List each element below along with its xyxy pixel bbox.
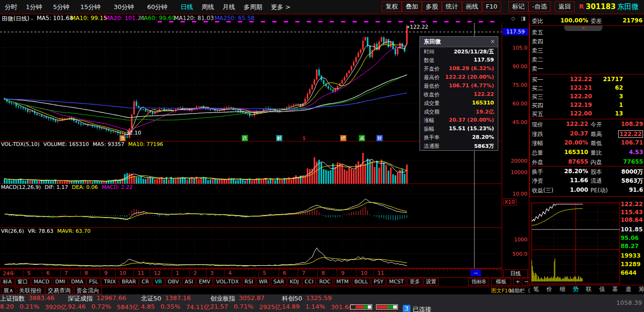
tab-indicator-设置[interactable]: 设置 — [423, 278, 439, 286]
buy-level-label: 买一 — [532, 76, 543, 84]
ma-value-4: MA120: 81.03 — [174, 15, 214, 21]
mini-tab-联[interactable]: 联 — [586, 285, 592, 293]
bottom-tab-资金流向[interactable]: 资金流向 — [74, 287, 102, 294]
index-sub: 5843亿 — [117, 303, 139, 312]
index-name: 创业板指 — [210, 294, 235, 303]
toolbar-button-F10[interactable]: F10 — [482, 1, 501, 12]
tab-indicator-PSY[interactable]: PSY — [371, 278, 386, 286]
tab-indicator-TRIX[interactable]: TRIX — [101, 278, 118, 286]
tab-indicator-标A[interactable]: 标A — [0, 278, 14, 286]
toolbar-button-统计[interactable]: 统计 — [442, 1, 462, 12]
detail-label: 涨跌 — [532, 130, 543, 138]
tab-button-−[interactable]: − — [522, 278, 528, 286]
index-block-北证50[interactable]: 北证501387.164.850.35%74.11亿 — [141, 294, 207, 312]
collapse-chevron-button[interactable]: ∨ — [564, 26, 602, 31]
chevron-down-icon[interactable]: ⌄ — [30, 15, 34, 21]
toolbar-period-周线[interactable]: 周线 — [202, 3, 214, 11]
close-icon[interactable]: × — [490, 37, 495, 47]
mini-tab-道[interactable]: 道 — [625, 285, 631, 293]
event-badge-$[interactable]: $ — [301, 135, 307, 141]
tab-indicator-BRAR[interactable]: BRAR — [119, 278, 139, 286]
tab-button-指标B[interactable]: 指标B — [468, 278, 489, 286]
tab-indicator-FSL[interactable]: FSL — [86, 278, 100, 286]
tab-indicator-RSI[interactable]: RSI — [242, 278, 256, 286]
tab-indicator-DMA[interactable]: DMA — [69, 278, 86, 286]
toolbar-button-叠加[interactable]: 叠加 — [402, 1, 422, 12]
index-block-上证指数[interactable]: 上证指数3883.468.200.21%3920亿 — [0, 294, 62, 312]
window-icon-0[interactable]: ◇ — [511, 15, 515, 21]
toolbar-period-分时[interactable]: 分时 — [5, 3, 17, 11]
tab-indicator-WR[interactable]: WR — [257, 278, 270, 286]
toolbar-period-30分钟[interactable]: 30分钟 — [114, 3, 134, 11]
tab-button-模板[interactable]: 模板 — [491, 278, 511, 286]
mini-tab-笔[interactable]: 笔 — [533, 285, 539, 293]
tab-indicator-BOLL[interactable]: BOLL — [352, 278, 370, 286]
mini-tab-势[interactable]: 势 — [573, 285, 579, 293]
tab-indicator-ROC[interactable]: ROC — [317, 278, 333, 286]
toolbar-period-1分钟[interactable]: 1分钟 — [26, 3, 42, 11]
aux-panel-label[interactable]: 辅助栏《 — [509, 287, 530, 294]
tab-indicator-DMI[interactable]: DMI — [53, 278, 68, 286]
index-block-科创50[interactable]: 科创501325.5914.891.14%301.6亿 — [282, 294, 349, 312]
toolbar-period-15分钟[interactable]: 15分钟 — [80, 3, 101, 11]
toolbar-button-标记[interactable]: 标记 — [508, 1, 528, 12]
event-badge-财[interactable]: 财 — [376, 135, 383, 141]
bottom-tab-交易查询[interactable]: 交易查询 — [45, 287, 73, 294]
toolbar-button-画线[interactable]: 画线 — [462, 1, 482, 12]
toolbar-period-月线[interactable]: 月线 — [223, 3, 235, 11]
mini-tab-价[interactable]: 价 — [547, 285, 552, 293]
mini-tab-筹[interactable]: 筹 — [639, 285, 644, 293]
toolbar-button-复权[interactable]: 复权 — [382, 1, 402, 12]
event-badge-榜[interactable]: 榜 — [340, 135, 346, 141]
bottom-tab-展∧[interactable]: 展∧ — [1, 287, 16, 294]
tab-indicator-更多[interactable]: 更多 — [407, 278, 422, 286]
buy-level-label: 买四 — [532, 102, 543, 110]
indicator-value: VOL-TDX(5,10) — [1, 141, 40, 147]
index-block-创业板指[interactable]: 创业板指3052.8721.570.71%2925亿 — [210, 294, 278, 312]
window-icon-1[interactable]: ◨ — [521, 15, 526, 21]
toolbar-period-多周期[interactable]: 多周期 — [244, 3, 262, 11]
sell-level-label: 卖一 — [532, 65, 543, 73]
toolbar-period-更多 >[interactable]: 更多 > — [271, 3, 290, 11]
time-axis-separator — [224, 269, 225, 277]
mini-tab-细[interactable]: 细 — [559, 285, 565, 293]
toolbar-period-60分钟[interactable]: 60分钟 — [147, 3, 168, 11]
detail-value: 91.6 — [629, 187, 643, 193]
mini-chart-tabs: 笔价细势联值基道筹 — [533, 285, 644, 293]
toolbar-period-5分钟[interactable]: 5分钟 — [53, 3, 69, 11]
toolbar-period-日线[interactable]: 日线 — [181, 3, 193, 11]
quote-panel: 委比 100.00% 委差 21796 ∨ 卖五卖四卖三卖二卖一 买一122.2… — [529, 14, 644, 286]
time-axis-separator — [150, 269, 150, 277]
tab-indicator-窗口[interactable]: 窗口 — [15, 278, 31, 286]
bottom-tab-关联报价[interactable]: 关联报价 — [17, 287, 44, 294]
event-badge-激[interactable]: 激 — [119, 135, 126, 141]
event-badge-跌[interactable]: 跌 — [242, 135, 248, 141]
tab-button-+[interactable]: + — [513, 278, 520, 286]
tab-indicator-VOL-TDX[interactable]: VOL-TDX — [214, 278, 241, 286]
tab-indicator-MTM[interactable]: MTM — [334, 278, 351, 286]
mini-tab-基[interactable]: 基 — [612, 285, 618, 293]
tab-indicator-CCI[interactable]: CCI — [302, 278, 316, 286]
tooltip-value: 122.22 (20.00%) — [445, 74, 494, 81]
tab-indicator-SAR[interactable]: SAR — [271, 278, 286, 286]
tab-indicator-KDJ[interactable]: KDJ — [288, 278, 301, 286]
tab-indicator-MACD[interactable]: MACD — [32, 278, 52, 286]
event-badge-解[interactable]: 解 — [276, 135, 282, 141]
event-badge-减[interactable]: 减 — [359, 135, 365, 141]
graphic-f10-label[interactable]: 图文F10 — [491, 287, 511, 294]
toolbar-button-返回[interactable]: 返回 — [555, 1, 575, 12]
tab-indicator-VR[interactable]: VR — [152, 278, 164, 286]
toolbar-button-多股[interactable]: 多股 — [422, 1, 442, 12]
ma20-dash-decoration — [158, 21, 500, 22]
tab-indicator-CR[interactable]: CR — [140, 278, 151, 286]
connection-count-badge[interactable]: 3 — [403, 305, 410, 312]
period-button[interactable]: 日线 — [503, 270, 528, 278]
mini-tab-值[interactable]: 值 — [599, 285, 605, 293]
tab-indicator-ASI[interactable]: ASI — [182, 278, 195, 286]
market-status-bar: 上证指数3883.468.200.21%3920亿深证成指12967.6692.… — [0, 294, 644, 312]
tab-indicator-OBV[interactable]: OBV — [165, 278, 181, 286]
toolbar-button--自选[interactable]: -自选 — [528, 1, 551, 12]
tab-indicator-EMV[interactable]: EMV — [196, 278, 213, 286]
index-block-深证成指[interactable]: 深证成指12967.6692.460.72%5843亿 — [68, 294, 137, 312]
tab-indicator-MCST[interactable]: MCST — [386, 278, 406, 286]
